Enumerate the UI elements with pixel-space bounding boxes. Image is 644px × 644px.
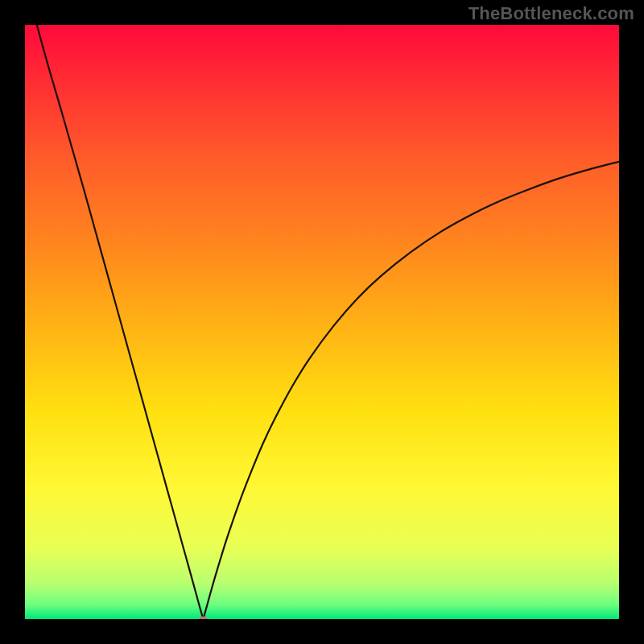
gradient-background bbox=[25, 25, 619, 619]
chart-container: TheBottleneck.com bbox=[0, 0, 644, 644]
chart-svg bbox=[25, 25, 619, 619]
plot-area bbox=[25, 25, 619, 619]
watermark-text: TheBottleneck.com bbox=[469, 3, 634, 24]
